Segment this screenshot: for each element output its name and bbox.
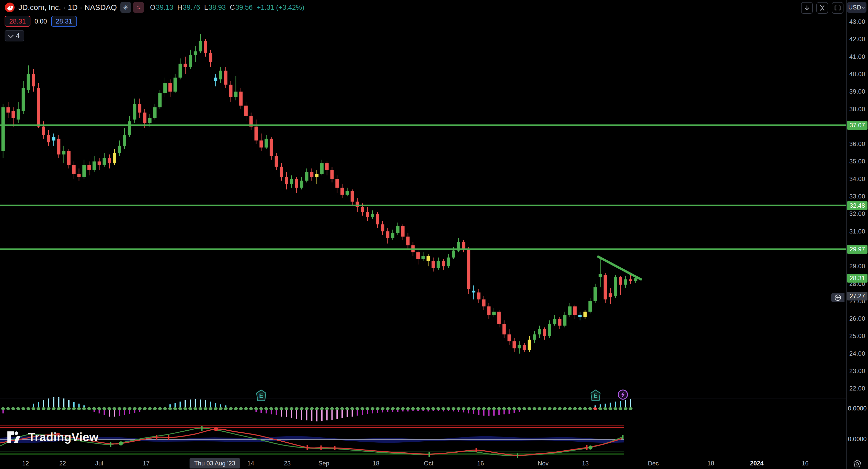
candle[interactable] (593, 284, 597, 303)
stop-price-badge[interactable]: 28.31 (5, 16, 30, 27)
candle[interactable] (98, 158, 101, 170)
target-price-badge[interactable]: 28.31 (51, 16, 77, 27)
candle[interactable] (326, 162, 329, 175)
candle[interactable] (497, 310, 501, 327)
candle[interactable] (305, 169, 309, 183)
level-price-badge[interactable]: 37.07 (847, 121, 867, 130)
candle[interactable] (158, 90, 161, 109)
candle[interactable] (371, 210, 374, 219)
candle[interactable] (174, 74, 177, 93)
candle[interactable] (275, 153, 278, 170)
candle[interactable] (442, 259, 445, 270)
candle[interactable] (467, 247, 470, 294)
candle[interactable] (179, 58, 182, 79)
candle[interactable] (107, 154, 111, 169)
candle[interactable] (528, 336, 531, 352)
candle[interactable] (265, 135, 268, 149)
candle[interactable] (432, 258, 435, 271)
candle[interactable] (331, 167, 334, 183)
candle[interactable] (239, 88, 243, 109)
object-count-button[interactable]: 4 (5, 30, 24, 41)
candle[interactable] (472, 285, 475, 299)
symbol-title[interactable]: JD.com, Inc. · 1D · NASDAQ (19, 3, 117, 12)
candle[interactable] (255, 120, 258, 144)
currency-selector[interactable]: USD (847, 2, 866, 13)
candle[interactable] (17, 102, 20, 123)
candle[interactable] (604, 273, 607, 303)
squeeze-indicator[interactable] (1, 397, 632, 421)
approx-icon[interactable]: ≈ (133, 2, 144, 13)
candle[interactable] (366, 207, 369, 221)
candle[interactable] (27, 65, 30, 93)
candle[interactable] (518, 342, 521, 354)
candle[interactable] (204, 39, 207, 57)
support-resistance-lines[interactable] (0, 124, 846, 251)
candle[interactable] (6, 102, 10, 118)
candle[interactable] (588, 298, 592, 314)
candle[interactable] (335, 175, 339, 193)
candle[interactable] (427, 254, 430, 266)
candle[interactable] (229, 81, 232, 102)
candle[interactable] (234, 76, 238, 100)
candle[interactable] (214, 74, 217, 86)
candle[interactable] (224, 67, 227, 88)
candle[interactable] (416, 251, 420, 265)
candle[interactable] (62, 146, 65, 163)
candle[interactable] (244, 102, 248, 121)
candle[interactable] (82, 160, 86, 179)
candle[interactable] (553, 315, 556, 326)
candle[interactable] (103, 153, 106, 167)
candle[interactable] (47, 130, 50, 146)
candle[interactable] (123, 128, 126, 149)
candle[interactable] (487, 303, 491, 319)
candle[interactable] (568, 303, 571, 317)
candle[interactable] (270, 137, 273, 160)
candle[interactable] (401, 224, 405, 240)
candle[interactable] (543, 327, 546, 340)
candle[interactable] (11, 108, 15, 126)
candle[interactable] (138, 99, 141, 118)
timezone-icon[interactable] (853, 459, 862, 468)
candle[interactable] (437, 258, 440, 270)
candle[interactable] (523, 343, 526, 352)
candle[interactable] (2, 104, 5, 158)
crosshair-price-badge[interactable]: 27.27 (847, 292, 867, 300)
candle[interactable] (22, 81, 25, 114)
candle[interactable] (315, 170, 318, 184)
candle[interactable] (78, 169, 81, 181)
earnings-icon[interactable]: E (257, 390, 266, 401)
candle[interactable] (538, 326, 541, 338)
candle[interactable] (153, 104, 157, 120)
earnings-icon[interactable]: E (591, 390, 600, 401)
candle[interactable] (280, 163, 283, 180)
main-chart-canvas[interactable]: EE (0, 0, 846, 469)
candle[interactable] (482, 296, 486, 310)
candle[interactable] (87, 162, 91, 175)
candle[interactable] (93, 156, 96, 172)
candle[interactable] (168, 79, 172, 97)
pane-separator-1[interactable] (0, 398, 868, 399)
candle[interactable] (113, 149, 116, 165)
candle[interactable] (32, 69, 35, 92)
candle[interactable] (619, 276, 622, 295)
candle[interactable] (259, 134, 263, 151)
candle[interactable] (67, 149, 70, 169)
add-alert-button[interactable] (831, 293, 844, 302)
candle[interactable] (219, 67, 222, 83)
candle[interactable] (391, 230, 394, 240)
candle[interactable] (579, 312, 582, 320)
candle[interactable] (492, 308, 496, 317)
level-line[interactable] (0, 124, 846, 126)
candles-group[interactable] (2, 34, 638, 354)
candle[interactable] (573, 305, 577, 319)
candle[interactable] (310, 169, 313, 181)
candle[interactable] (128, 116, 131, 137)
candle[interactable] (37, 83, 40, 128)
candle[interactable] (447, 254, 450, 268)
candle[interactable] (72, 162, 76, 179)
price-axis[interactable]: 43.0042.0041.0040.0039.0038.0036.0035.00… (846, 0, 868, 458)
candle[interactable] (629, 275, 632, 284)
candle[interactable] (396, 223, 400, 235)
candle[interactable] (507, 329, 511, 345)
level-line[interactable] (0, 205, 846, 206)
